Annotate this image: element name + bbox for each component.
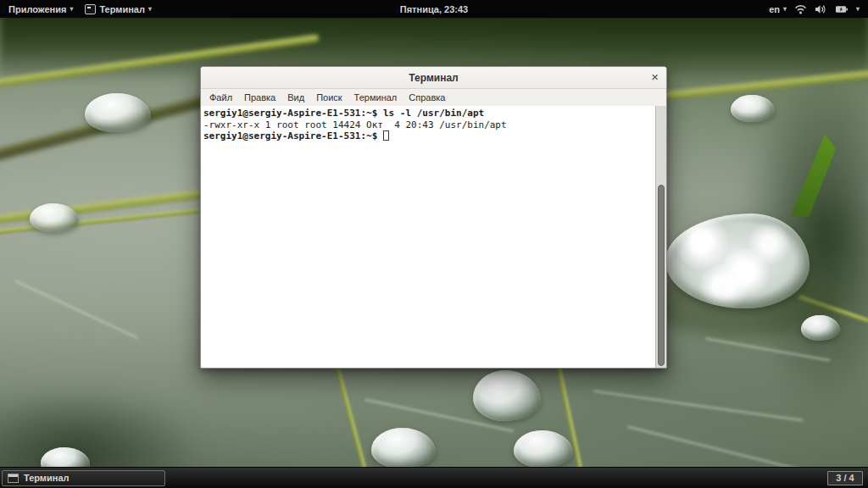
terminal-cursor xyxy=(383,130,389,141)
terminal-task-icon xyxy=(8,474,19,483)
menu-edit[interactable]: Правка xyxy=(238,89,281,106)
top-bar-left: Приложения ▾ Терминал ▾ xyxy=(0,4,152,14)
terminal-text: sergiy1@sergiy-Aspire-E1-531:~$ ls -l /u… xyxy=(201,106,655,368)
workspace-indicator[interactable]: 3 / 4 xyxy=(827,471,863,485)
terminal-window: Терминал × Файл Правка Вид Поиск Термина… xyxy=(200,66,667,369)
terminal-line-output: -rwxr-xr-x 1 root root 14424 Окт 4 20:43… xyxy=(203,119,654,131)
keyboard-layout-label: en xyxy=(769,4,780,14)
system-menu-chevron-icon: ▾ xyxy=(856,6,860,13)
water-droplet xyxy=(731,95,775,122)
applications-menu-button[interactable]: Приложения ▾ xyxy=(8,4,73,14)
window-list-button-terminal[interactable]: Терминал xyxy=(2,470,165,486)
applications-menu-label: Приложения xyxy=(8,4,66,14)
terminal-viewport[interactable]: sergiy1@sergiy-Aspire-E1-531:~$ ls -l /u… xyxy=(201,106,666,368)
window-list-label: Терминал xyxy=(24,473,70,483)
workspace-indicator-label: 3 / 4 xyxy=(836,473,854,483)
scrollbar-track[interactable] xyxy=(655,106,666,368)
window-title: Терминал xyxy=(409,72,458,84)
menu-view[interactable]: Вид xyxy=(281,89,310,106)
scrollbar-thumb[interactable] xyxy=(658,185,665,366)
chevron-down-icon: ▾ xyxy=(148,6,152,13)
chevron-down-icon: ▾ xyxy=(70,6,73,13)
water-droplet xyxy=(801,315,840,341)
bottom-taskbar: Терминал 3 / 4 xyxy=(0,467,868,488)
keyboard-layout-indicator[interactable]: en ▾ xyxy=(769,4,787,14)
focused-app-label: Терминал xyxy=(99,4,145,14)
terminal-app-icon xyxy=(85,4,96,14)
menu-bar: Файл Правка Вид Поиск Терминал Справка xyxy=(201,89,666,107)
chevron-down-icon: ▾ xyxy=(783,6,787,13)
terminal-line-prompt: sergiy1@sergiy-Aspire-E1-531:~$ xyxy=(203,130,654,142)
close-button[interactable]: × xyxy=(651,67,659,88)
terminal-line-prompt-command: sergiy1@sergiy-Aspire-E1-531:~$ ls -l /u… xyxy=(203,108,654,119)
window-titlebar[interactable]: Терминал × xyxy=(201,67,666,89)
focused-app-menu-button[interactable]: Терминал ▾ xyxy=(85,4,152,14)
menu-file[interactable]: Файл xyxy=(203,89,238,106)
menu-help[interactable]: Справка xyxy=(403,89,451,106)
wifi-icon xyxy=(794,4,807,14)
battery-charging-icon xyxy=(835,4,849,14)
terminal-prompt: sergiy1@sergiy-Aspire-E1-531:~$ xyxy=(203,130,383,141)
menu-terminal[interactable]: Терминал xyxy=(348,89,403,106)
volume-icon xyxy=(815,4,827,14)
water-droplet xyxy=(30,203,79,232)
top-bar: Приложения ▾ Терминал ▾ Пятница, 23:43 e… xyxy=(0,0,868,18)
menu-search[interactable]: Поиск xyxy=(310,89,348,106)
clock-label: Пятница, 23:43 xyxy=(400,4,468,14)
system-status-area[interactable]: en ▾ ▾ xyxy=(769,4,868,14)
